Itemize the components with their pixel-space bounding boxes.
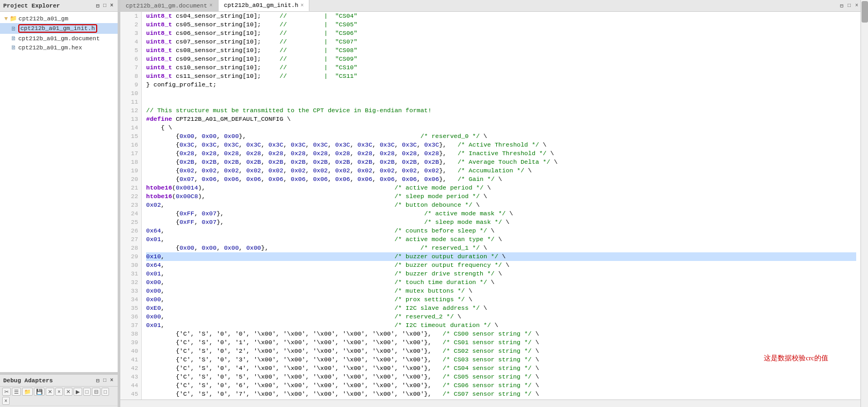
- debug-btn-sq[interactable]: □: [83, 388, 91, 396]
- tree-item-doc[interactable]: 🗎 cpt212b_a01_gm.document: [0, 34, 118, 43]
- debug-btn-x2[interactable]: ×: [55, 388, 63, 396]
- line-number-24: 24: [124, 209, 138, 218]
- debug-maximize-icon[interactable]: □: [102, 377, 107, 384]
- line-number-19: 19: [124, 166, 138, 175]
- code-line-30: 0x64, /* buzzer output frequency */ \: [146, 261, 856, 270]
- line-number-36: 36: [124, 312, 138, 321]
- line-number-15: 15: [124, 132, 138, 141]
- code-line-33: 0x00, /* mutex buttons */ \: [146, 287, 856, 295]
- line-number-43: 43: [124, 373, 138, 381]
- debug-btn-save[interactable]: 💾: [34, 388, 45, 396]
- debug-btn-folder[interactable]: 📁: [22, 388, 33, 396]
- maximize-icon[interactable]: □: [102, 2, 107, 10]
- line-number-17: 17: [124, 149, 138, 158]
- tab-bar: cpt212b_a01_gm.document × cpt212b_a01_gm…: [120, 0, 860, 12]
- debug-btn-min[interactable]: ⊟: [92, 388, 100, 396]
- line-number-1: 1: [124, 12, 138, 20]
- line-numbers: 1234567891011121314151617181920212223242…: [120, 12, 142, 399]
- code-line-16: {0x3C, 0x3C, 0x3C, 0x3C, 0x3C, 0x3C, 0x3…: [146, 141, 856, 149]
- code-area: 1234567891011121314151617181920212223242…: [120, 12, 860, 399]
- code-line-2: uint8_t cs05_sensor_string[10]; // | "CS…: [146, 20, 856, 29]
- tab-init[interactable]: cpt212b_a01_gm_init.h ×: [219, 0, 310, 11]
- debug-btn-x3[interactable]: ✕: [64, 388, 73, 396]
- line-number-9: 9: [124, 81, 138, 89]
- code-line-35: 0xE0, /* I2C slave address */ \: [146, 304, 856, 312]
- editor-minimize-icon[interactable]: ⊟: [838, 3, 845, 9]
- debug-btn-list[interactable]: ☰: [12, 388, 21, 396]
- line-number-26: 26: [124, 227, 138, 235]
- code-line-43: {'C', 'S', '0', '5', '\x00', '\x00', '\x…: [146, 373, 856, 381]
- debug-btn-cut[interactable]: ✂: [2, 388, 11, 396]
- code-line-17: {0x28, 0x28, 0x28, 0x28, 0x28, 0x28, 0x2…: [146, 149, 856, 158]
- tree-label-root: cpt212b_a01_gm: [19, 16, 68, 22]
- tree-item-init[interactable]: 🗎 cpt212b_a01_gm_init.h: [0, 23, 118, 34]
- project-explorer-pane: Project Explorer ⊟ □ × ▼ 📁 cpt212b_a01_g…: [0, 0, 118, 373]
- right-scrollbar[interactable]: [860, 0, 868, 407]
- code-line-7: uint8_t cs10_sensor_string[10]; // | "CS…: [146, 63, 856, 72]
- horizontal-scroll-track[interactable]: [120, 400, 860, 407]
- tab-doc-close[interactable]: ×: [209, 3, 213, 9]
- tab-doc-label: cpt212b_a01_gm.document: [126, 3, 207, 9]
- line-number-46: 46: [124, 398, 138, 399]
- line-number-11: 11: [124, 98, 138, 106]
- line-number-40: 40: [124, 347, 138, 355]
- line-number-33: 33: [124, 287, 138, 295]
- code-line-34: 0x00, /* prox settings */ \: [146, 295, 856, 304]
- debug-adapters-pane: Debug Adapters ⊟ □ × ✂ ☰ 📁 💾 ✕ × ✕ ▶ □ ⊟…: [0, 375, 118, 407]
- code-line-29: 0x10, /* buzzer output duration */ \: [146, 252, 856, 261]
- tree-label-hex: cpt212b_a01_gm.hex: [18, 45, 82, 51]
- line-number-44: 44: [124, 381, 138, 390]
- debug-close-icon[interactable]: ×: [109, 377, 114, 384]
- code-line-40: {'C', 'S', '0', '2', '\x00', '\x00', '\x…: [146, 347, 856, 355]
- code-line-10: [146, 89, 856, 98]
- line-number-22: 22: [124, 192, 138, 201]
- debug-adapters-title-bar: Debug Adapters ⊟ □ ×: [0, 375, 118, 387]
- code-line-9: } config_profile_t;: [146, 81, 856, 89]
- code-line-24: {0xFF, 0x07}, /* active mode mask */ \: [146, 209, 856, 218]
- code-line-28: {0x00, 0x00, 0x00, 0x00}, /* reserved_1 …: [146, 244, 856, 252]
- code-line-5: uint8_t cs08_sensor_string[10]; // | "CS…: [146, 46, 856, 55]
- code-line-38: {'C', 'S', '0', '0', '\x00', '\x00', '\x…: [146, 330, 856, 338]
- debug-btn-x1[interactable]: ✕: [46, 388, 54, 396]
- debug-btn-play[interactable]: ▶: [74, 388, 82, 396]
- tree-item-hex[interactable]: 🗎 cpt212b_a01_gm.hex: [0, 43, 118, 52]
- tab-init-label: cpt212b_a01_gm_init.h: [224, 2, 299, 9]
- tab-init-close[interactable]: ×: [300, 3, 303, 9]
- editor-content[interactable]: 1234567891011121314151617181920212223242…: [120, 12, 860, 399]
- editor-close-icon[interactable]: ×: [853, 3, 860, 9]
- debug-minimize-icon[interactable]: ⊟: [95, 377, 100, 384]
- code-line-4: uint8_t cs07_sensor_string[10]; // | "CS…: [146, 38, 856, 46]
- code-line-15: {0x00, 0x00, 0x00}, /* reserved_0 */ \: [146, 132, 856, 141]
- line-number-10: 10: [124, 89, 138, 98]
- line-number-42: 42: [124, 364, 138, 373]
- tree-item-root[interactable]: ▼ 📁 cpt212b_a01_gm: [0, 14, 118, 23]
- line-number-29: 29: [124, 252, 138, 261]
- code-content: uint8_t cs04_sensor_string[10]; // | "CS…: [142, 12, 860, 399]
- line-number-7: 7: [124, 63, 138, 72]
- code-line-18: {0x2B, 0x2B, 0x2B, 0x2B, 0x2B, 0x2B, 0x2…: [146, 158, 856, 166]
- code-line-36: 0x00, /* reserved_2 */ \: [146, 312, 856, 321]
- line-number-18: 18: [124, 158, 138, 166]
- code-line-42: {'C', 'S', '0', '4', '\x00', '\x00', '\x…: [146, 364, 856, 373]
- minimize-icon[interactable]: ⊟: [95, 2, 100, 10]
- debug-btn-close2[interactable]: ×: [2, 397, 10, 405]
- code-line-20: {0x07, 0x06, 0x06, 0x06, 0x06, 0x06, 0x0…: [146, 175, 856, 184]
- debug-panel-icons: ⊟ □ ×: [95, 377, 114, 384]
- line-number-25: 25: [124, 218, 138, 227]
- code-line-31: 0x01, /* buzzer drive strength */ \: [146, 270, 856, 278]
- code-line-1: uint8_t cs04_sensor_string[10]; // | "CS…: [146, 12, 856, 20]
- line-number-13: 13: [124, 115, 138, 123]
- close-icon[interactable]: ×: [109, 2, 114, 10]
- code-line-8: uint8_t cs11_sensor_string[10]; // | "CS…: [146, 72, 856, 81]
- line-number-16: 16: [124, 141, 138, 149]
- code-line-41: {'C', 'S', '0', '3', '\x00', '\x00', '\x…: [146, 355, 856, 364]
- line-number-8: 8: [124, 72, 138, 81]
- tab-doc[interactable]: cpt212b_a01_gm.document ×: [120, 0, 219, 11]
- debug-btn-sq2[interactable]: □: [102, 388, 109, 396]
- editor-maximize-icon[interactable]: □: [845, 3, 853, 9]
- code-line-3: uint8_t cs06_sensor_string[10]; // | "CS…: [146, 29, 856, 38]
- line-number-34: 34: [124, 295, 138, 304]
- bottom-scrollbar[interactable]: [120, 399, 860, 407]
- code-line-12: // This structure must be transmitted to…: [146, 106, 856, 115]
- line-number-2: 2: [124, 20, 138, 29]
